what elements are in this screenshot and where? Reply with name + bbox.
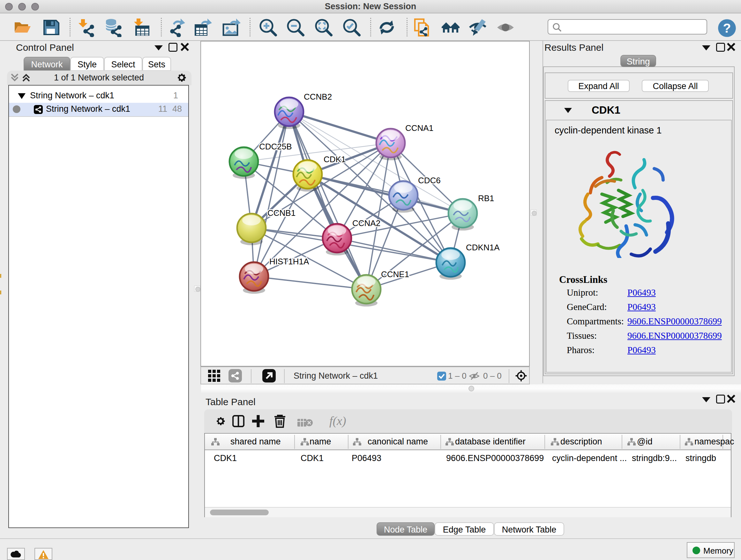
svg-text:RB1: RB1 bbox=[478, 193, 494, 203]
svg-text:HIST1H1A: HIST1H1A bbox=[269, 257, 309, 266]
svg-text:CCNA1: CCNA1 bbox=[405, 123, 433, 133]
svg-text:?: ? bbox=[723, 21, 731, 36]
svg-text:CDC25B: CDC25B bbox=[259, 142, 292, 151]
svg-text:CDK1: CDK1 bbox=[324, 154, 346, 164]
svg-text:CCNB2: CCNB2 bbox=[304, 92, 332, 102]
svg-text:CCNE1: CCNE1 bbox=[381, 269, 409, 279]
svg-text:CCNA2: CCNA2 bbox=[352, 219, 381, 228]
svg-text:CDC6: CDC6 bbox=[418, 176, 441, 185]
svg-text:CDKN1A: CDKN1A bbox=[466, 243, 500, 252]
svg-text:CCNB1: CCNB1 bbox=[267, 208, 295, 218]
